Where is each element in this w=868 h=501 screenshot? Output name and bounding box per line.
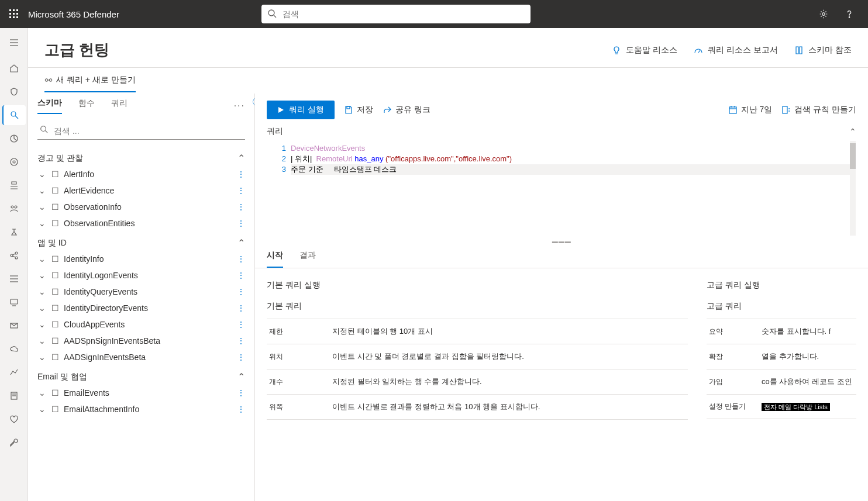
schema-item[interactable]: ⌄☐IdentityInfo⋮ — [28, 251, 254, 267]
splitter-handle[interactable]: ━━━ — [255, 239, 868, 246]
global-search-input[interactable] — [261, 5, 531, 23]
more-icon[interactable]: ⋮ — [237, 186, 245, 195]
chevron-down-icon: ⌄ — [39, 202, 46, 212]
run-query-button[interactable]: 쿼리 실행 — [267, 101, 335, 119]
settings-icon[interactable] — [814, 5, 833, 23]
nav-permissions-icon[interactable] — [2, 433, 26, 452]
nav-endpoints-icon[interactable] — [2, 292, 26, 312]
save-button[interactable]: 저장 — [344, 105, 373, 115]
schema-item[interactable]: ⌄☐CloudAppEvents⋮ — [28, 316, 254, 333]
nav-actions-icon[interactable] — [2, 129, 26, 148]
starter-row[interactable]: 가입co를 사용하여 레코드 조인 — [707, 369, 856, 395]
more-icon[interactable]: ⋮ — [237, 219, 245, 228]
schema-reference-label: 스키마 참조 — [808, 45, 852, 56]
schema-item[interactable]: ⌄☐IdentityLogonEvents⋮ — [28, 267, 254, 284]
schema-item[interactable]: ⌄☐IdentityQueryEvents⋮ — [28, 284, 254, 300]
schema-reference-link[interactable]: 스키마 참조 — [794, 45, 852, 56]
app-launcher-icon[interactable] — [5, 5, 23, 23]
schema-item[interactable]: ⌄☐IdentityDirectoryEvents⋮ — [28, 300, 254, 316]
schema-item[interactable]: ⌄☐EmailEvents⋮ — [28, 385, 254, 401]
chevron-down-icon: ⌄ — [39, 254, 46, 264]
line-gutter: 1 2 3 — [267, 141, 291, 236]
collapse-panel-icon[interactable]: 〈 — [247, 97, 256, 108]
functions-tab[interactable]: 함수 — [78, 98, 95, 113]
schema-item[interactable]: ⌄☐AlertInfo⋮ — [28, 166, 254, 182]
schema-item[interactable]: ⌄☐AlertEvidence⋮ — [28, 182, 254, 199]
schema-group-email[interactable]: Email 및 협업 ⌃ — [28, 365, 254, 385]
menu-toggle-icon[interactable] — [2, 33, 26, 53]
query-editor[interactable]: 1 2 3 DeviceNetworkEvents | 위치| RemoteUr… — [267, 140, 856, 236]
schema-search-input[interactable] — [37, 123, 245, 140]
starter-row[interactable]: 요약숫자를 표시합니다. f — [707, 319, 856, 344]
help-icon[interactable] — [840, 5, 859, 23]
more-icon[interactable]: ⋮ — [237, 320, 245, 329]
nav-cloud-icon[interactable] — [2, 339, 26, 359]
brand-title: Microsoft 365 Defender — [28, 9, 119, 19]
time-range-button[interactable]: 지난 7일 — [728, 105, 773, 115]
nav-rail — [0, 28, 28, 501]
more-icon[interactable]: ⋮ — [237, 170, 245, 179]
starter-key: 제한 — [269, 327, 332, 337]
schema-item[interactable]: ⌄☐AADSignInEventsBeta⋮ — [28, 349, 254, 365]
nav-audit-icon[interactable] — [2, 386, 26, 406]
starter-key: 설정 만들기 — [709, 402, 762, 412]
more-icon[interactable]: ⋮ — [237, 271, 245, 280]
more-tabs-icon[interactable]: ··· — [234, 101, 245, 111]
nav-assets-icon[interactable] — [2, 269, 26, 289]
nav-hunting-icon[interactable] — [2, 105, 26, 125]
nav-trials-icon[interactable] — [2, 222, 26, 242]
nav-threat-icon[interactable] — [2, 152, 26, 172]
schema-group-alerts[interactable]: 경고 및 관찰 ⌃ — [28, 147, 254, 166]
nav-home-icon[interactable] — [2, 58, 26, 78]
code-area[interactable]: DeviceNetworkEvents | 위치| RemoteUrl has_… — [291, 141, 856, 236]
starter-row[interactable]: 위쪽이벤트 시간별로 결과를 정렬하고 처음 10개 행을 표시합니다. — [267, 395, 688, 420]
schema-tab[interactable]: 스키마 — [37, 98, 62, 114]
bulb-icon — [612, 46, 621, 55]
schema-item[interactable]: ⌄☐AADSpnSignInEventsBeta⋮ — [28, 333, 254, 349]
chevron-up-icon[interactable]: ⌃ — [237, 153, 245, 164]
starter-row[interactable]: 제한지정된 테이블의 행 10개 표시 — [267, 319, 688, 344]
more-icon[interactable]: ⋮ — [237, 336, 245, 345]
new-query-tab[interactable]: 새 쿼리 + 새로 만들기 — [44, 75, 136, 92]
nav-reports-icon[interactable] — [2, 362, 26, 382]
chevron-down-icon: ⌄ — [39, 170, 46, 179]
chevron-up-icon[interactable]: ⌃ — [237, 371, 245, 382]
starter-row[interactable]: 확장열을 추가합니다. — [707, 344, 856, 369]
schema-item[interactable]: ⌄☐ObservationInfo⋮ — [28, 199, 254, 215]
query-resources-link[interactable]: 쿼리 리소스 보고서 — [694, 45, 778, 56]
nav-secure-icon[interactable] — [2, 175, 26, 195]
nav-shield-icon[interactable] — [2, 82, 26, 102]
nav-health-icon[interactable] — [2, 409, 26, 429]
svg-point-16 — [11, 112, 16, 116]
chevron-down-icon: ⌄ — [39, 353, 46, 362]
more-icon[interactable]: ⋮ — [237, 303, 245, 313]
more-icon[interactable]: ⋮ — [237, 254, 245, 264]
basic-queries-sub: 기본 쿼리 — [267, 301, 688, 312]
more-icon[interactable]: ⋮ — [237, 353, 245, 362]
share-link-button[interactable]: 공유 링크 — [383, 105, 430, 115]
tab-getting-started[interactable]: 시작 — [267, 250, 283, 268]
table-icon: ☐ — [51, 202, 59, 212]
schema-group-apps[interactable]: 앱 및 ID ⌃ — [28, 232, 254, 251]
starter-row[interactable]: 설정 만들기전자 메일 다락방 Lists — [707, 395, 856, 419]
chevron-up-icon[interactable]: ⌃ — [237, 237, 245, 248]
nav-partners-icon[interactable] — [2, 246, 26, 265]
queries-tab[interactable]: 쿼리 — [111, 98, 128, 113]
nav-email-icon[interactable] — [2, 316, 26, 336]
tab-results[interactable]: 결과 — [299, 250, 316, 268]
chevron-up-icon[interactable]: ⌃ — [849, 127, 856, 136]
starter-row[interactable]: 개수지정된 필터와 일치하는 행 수를 계산합니다. — [267, 369, 688, 395]
nav-learning-icon[interactable] — [2, 199, 26, 219]
more-icon[interactable]: ⋮ — [237, 388, 245, 398]
more-icon[interactable]: ⋮ — [237, 405, 245, 414]
more-icon[interactable]: ⋮ — [237, 202, 245, 212]
table-icon: ☐ — [51, 271, 59, 280]
more-icon[interactable]: ⋮ — [237, 287, 245, 296]
chevron-down-icon: ⌄ — [39, 186, 46, 195]
help-resources-link[interactable]: 도움말 리소스 — [612, 45, 677, 56]
schema-item[interactable]: ⌄☐EmailAttachmentInfo⋮ — [28, 401, 254, 417]
create-detection-rule-button[interactable]: 검색 규칙 만들기 — [781, 105, 856, 115]
starter-row[interactable]: 위치이벤트 시간 및 폴더 경로별로 결과 집합을 필터링합니다. — [267, 344, 688, 369]
schema-item[interactable]: ⌄☐ObservationEntities⋮ — [28, 215, 254, 232]
editor-scrollbar[interactable] — [850, 141, 856, 236]
